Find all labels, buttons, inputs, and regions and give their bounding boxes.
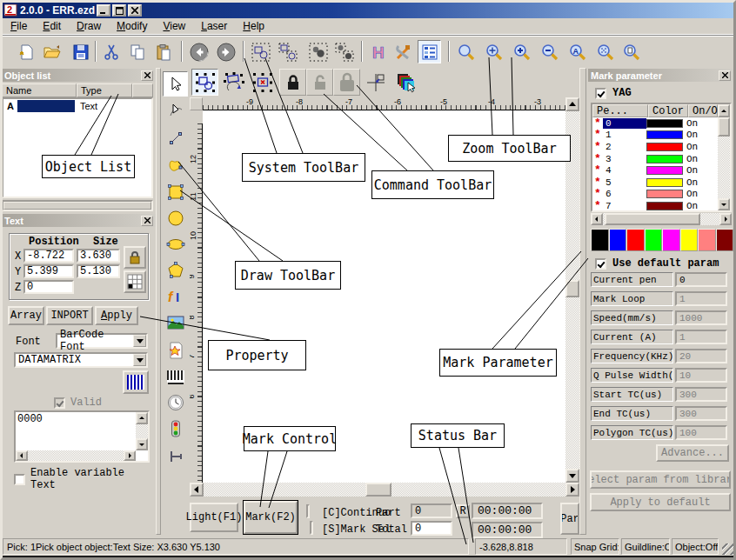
- y-position-field[interactable]: 5.399: [23, 264, 74, 278]
- pen-row[interactable]: *6On: [592, 189, 730, 201]
- menu-file[interactable]: File: [3, 18, 35, 35]
- delay-tool-button[interactable]: [163, 390, 188, 415]
- pen-vscrollbar[interactable]: [718, 117, 730, 210]
- content-hscrollbar[interactable]: [16, 450, 136, 461]
- scroll-left-button[interactable]: [190, 483, 204, 497]
- current-pen-field[interactable]: 0: [675, 272, 727, 287]
- text-content-area[interactable]: 0000: [14, 410, 150, 463]
- pen-row[interactable]: *5On: [592, 177, 730, 189]
- polygon-tc-field[interactable]: 100: [675, 425, 727, 440]
- advance-button[interactable]: Advance...: [656, 444, 729, 462]
- right-dock-splitter[interactable]: [579, 68, 586, 535]
- rectangle-tool-button[interactable]: [163, 179, 188, 204]
- palette-swatch[interactable]: [680, 229, 699, 251]
- yag-checkbox[interactable]: [595, 88, 606, 99]
- palette-swatch[interactable]: [698, 229, 716, 251]
- unlock-all-button[interactable]: [333, 69, 360, 96]
- polygon-tool-button[interactable]: [163, 257, 188, 283]
- barcode-type-arrow[interactable]: [133, 354, 146, 366]
- ellipse-tool-button[interactable]: [163, 231, 188, 257]
- unlock-button[interactable]: [306, 69, 333, 96]
- line-tool-button[interactable]: [163, 125, 188, 150]
- combine-button[interactable]: [306, 40, 330, 63]
- speed-field[interactable]: 1000: [675, 310, 727, 325]
- pen-scroll-left-button[interactable]: [591, 213, 603, 225]
- pen-vscroll-thumb[interactable]: [718, 117, 730, 137]
- zoom-grid-button[interactable]: [593, 40, 617, 63]
- save-button[interactable]: [69, 40, 92, 63]
- column-pen[interactable]: Pe...: [592, 104, 648, 117]
- minimize-button[interactable]: [97, 4, 110, 17]
- close-object-list-button[interactable]: [141, 70, 153, 81]
- font-select-arrow[interactable]: [133, 335, 146, 347]
- palette-swatch[interactable]: [645, 229, 663, 251]
- palette-swatch[interactable]: [591, 229, 609, 251]
- menu-help[interactable]: Help: [235, 18, 272, 35]
- x-position-field[interactable]: -8.722: [23, 249, 74, 263]
- zoom-button[interactable]: [454, 40, 478, 63]
- continuous-checkbox[interactable]: [306, 504, 310, 518]
- hatch-button[interactable]: H: [367, 40, 391, 63]
- status-snap-grid[interactable]: Snap Grid:O: [571, 538, 619, 555]
- param-list-button[interactable]: [418, 40, 441, 63]
- close-text-panel-button[interactable]: [141, 216, 153, 226]
- pen-hscrollbar[interactable]: [591, 213, 732, 225]
- x-size-field[interactable]: 3.630: [77, 249, 120, 263]
- array-button[interactable]: Array: [8, 306, 44, 325]
- undo-button[interactable]: [187, 40, 211, 63]
- vector-file-tool-button[interactable]: [163, 337, 188, 363]
- column-onoff[interactable]: On/Off: [688, 104, 718, 117]
- barcode-type-select[interactable]: DATAMATRIX: [14, 352, 148, 368]
- new-button[interactable]: [14, 40, 37, 63]
- resize-grip[interactable]: [722, 543, 733, 555]
- palette-swatch[interactable]: [626, 229, 645, 251]
- scroll-down-button[interactable]: [565, 469, 579, 483]
- palette-swatch[interactable]: [662, 229, 680, 251]
- menu-modify[interactable]: Modify: [109, 18, 155, 35]
- barcode-tool-button[interactable]: [163, 363, 188, 389]
- enable-variable-checkbox[interactable]: [14, 474, 25, 485]
- font-select[interactable]: BarCode Font: [56, 333, 148, 349]
- apply-button[interactable]: Apply: [95, 306, 138, 325]
- lock-ratio-button[interactable]: [124, 246, 146, 269]
- mark-button[interactable]: Mark(F2): [244, 501, 298, 534]
- column-name[interactable]: Name: [2, 83, 77, 97]
- column-type[interactable]: Type: [77, 83, 132, 97]
- mark-selected-checkbox[interactable]: [310, 521, 313, 535]
- status-guideline[interactable]: Guildline:Of: [621, 538, 670, 555]
- group-button[interactable]: [249, 40, 272, 63]
- node-edit-tool-button[interactable]: [163, 97, 188, 123]
- y-size-field[interactable]: 5.130: [77, 264, 120, 278]
- extend-tool-button[interactable]: [163, 443, 188, 469]
- param-button[interactable]: Par: [560, 503, 579, 535]
- open-button[interactable]: [40, 40, 64, 63]
- current-field[interactable]: 1: [675, 330, 727, 344]
- uncombine-button[interactable]: [332, 40, 356, 63]
- pen-row[interactable]: *3On: [592, 153, 730, 165]
- pick-button[interactable]: [191, 69, 218, 96]
- maximize-button[interactable]: [112, 4, 126, 17]
- redo-button[interactable]: [214, 40, 238, 63]
- pen-row[interactable]: *0On: [592, 117, 730, 130]
- inport-button[interactable]: INPORT: [46, 306, 93, 325]
- scroll-right-button[interactable]: [565, 483, 579, 497]
- content-vscrollbar[interactable]: [136, 412, 148, 450]
- rotate-selection-button[interactable]: [220, 69, 247, 96]
- pen-row[interactable]: *7On: [592, 200, 730, 212]
- zoom-all-button[interactable]: A: [565, 40, 589, 63]
- object-order-button[interactable]: [392, 69, 419, 96]
- menu-edit[interactable]: Edit: [35, 18, 69, 35]
- barcode-preview-button[interactable]: [123, 370, 149, 394]
- valid-checkbox[interactable]: [54, 397, 65, 409]
- pen-row[interactable]: *1On: [592, 130, 730, 142]
- pen-row[interactable]: *4On: [592, 164, 730, 177]
- apply-to-default-button[interactable]: Apply to default: [590, 493, 731, 511]
- menu-draw[interactable]: Draw: [69, 18, 109, 35]
- end-tc-field[interactable]: 300: [675, 406, 727, 421]
- start-tc-field[interactable]: 300: [675, 387, 727, 402]
- status-object[interactable]: Object:Off: [672, 538, 719, 555]
- column-color[interactable]: Color: [648, 104, 688, 117]
- zoom-page-button[interactable]: [619, 40, 643, 63]
- hscroll-thumb[interactable]: [365, 483, 391, 497]
- scroll-up-button[interactable]: [565, 97, 579, 111]
